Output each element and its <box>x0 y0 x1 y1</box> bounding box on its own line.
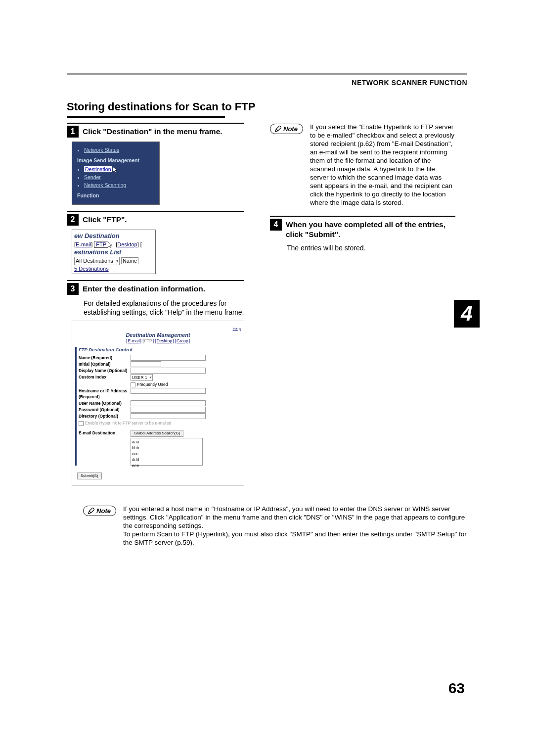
enable-hyperlink-checkbox[interactable] <box>79 421 84 426</box>
step-number: 1 <box>67 126 79 138</box>
header-section: NETWORK SCANNER FUNCTION <box>67 79 467 87</box>
tab-email[interactable]: E-mail <box>76 241 91 247</box>
label-directory: Directory (Optional) <box>79 413 131 419</box>
screenshot-menu-frame: Network Status Image Send Management Des… <box>72 142 160 205</box>
section-title: Storing destinations for Scan to FTP <box>67 100 467 113</box>
step-number: 2 <box>67 214 79 226</box>
column-name: Name <box>121 257 138 264</box>
name-field[interactable] <box>131 355 206 361</box>
note-text: If you select the "Enable Hyperlink to F… <box>310 123 455 207</box>
label-email-destination: E-mail Destination <box>79 430 131 466</box>
menu-link[interactable]: Network Status <box>84 147 119 153</box>
step-body: The entries will be stored. <box>287 243 455 252</box>
screenshot-destination-tabs: ew Destination [E-mail] FTP [Desktop] [ … <box>72 230 156 274</box>
list-item[interactable]: ddd <box>132 457 201 463</box>
initial-field[interactable] <box>131 361 161 367</box>
svg-marker-0 <box>113 167 117 173</box>
menu-heading: Function <box>77 192 156 199</box>
note-badge: Note <box>83 506 116 516</box>
menu-heading: Image Send Management <box>77 157 156 164</box>
list-item[interactable]: aaa <box>132 439 201 445</box>
step-title: Click "Destination" in the menu frame. <box>83 126 222 137</box>
global-address-search-button[interactable]: Global Address Search(G) <box>131 430 183 437</box>
cursor-icon <box>108 242 114 250</box>
directory-field[interactable] <box>131 413 206 419</box>
filter-select[interactable]: All Destinations <box>74 257 120 265</box>
label-enable-hyperlink: Enable Hyperlink to FTP server to be e-m… <box>85 421 171 425</box>
step-body: For detailed explanations of the procedu… <box>84 299 244 317</box>
tab-ftp[interactable]: FTP <box>94 241 108 248</box>
submit-button[interactable]: Submit(S) <box>77 472 102 479</box>
custom-index-select[interactable]: USER 1 <box>131 374 153 381</box>
cursor-icon <box>113 167 119 175</box>
menu-link-network-scanning[interactable]: Network Scanning <box>84 182 126 188</box>
email-destination-list[interactable]: aaa bbb ccc ddd eee <box>131 438 203 466</box>
menu-link-destination[interactable]: Destination <box>84 166 112 172</box>
label-username: User Name (Optional) <box>79 400 131 406</box>
chapter-tab: 4 <box>454 300 480 328</box>
list-item[interactable]: bbb <box>132 445 201 451</box>
note-label: Note <box>283 125 298 133</box>
block-title: FTP Destination Control <box>79 347 241 353</box>
page-number: 63 <box>448 680 465 697</box>
label-display: Display Name (Optional) <box>79 368 131 374</box>
step-number: 3 <box>67 283 79 295</box>
pencil-icon <box>274 126 281 133</box>
list-item[interactable]: eee <box>132 463 201 469</box>
destinations-count: 5 Destinations <box>74 265 153 273</box>
username-field[interactable] <box>131 400 206 406</box>
note-label: Note <box>96 507 111 515</box>
form-tab-desktop[interactable]: Desktop <box>157 338 172 343</box>
frequently-used-checkbox[interactable] <box>131 382 135 387</box>
display-name-field[interactable] <box>131 368 206 374</box>
svg-marker-1 <box>108 242 112 248</box>
menu-link-sender[interactable]: Sender <box>84 174 101 180</box>
help-link[interactable]: Help <box>75 326 241 332</box>
form-title: Destination Management <box>75 332 241 338</box>
note-text: If you entered a host name in "Hostname … <box>123 505 467 547</box>
label-hostname: Hostname or IP Address (Required) <box>79 388 131 400</box>
step-title: Enter the destination information. <box>83 283 205 294</box>
form-tab-group[interactable]: Group <box>177 338 188 343</box>
password-field[interactable] <box>131 407 206 413</box>
label-password: Password (Optional) <box>79 407 131 413</box>
label-frequently-used: Frequently Used <box>137 382 168 387</box>
step-number: 4 <box>270 219 282 231</box>
form-tabs: [E-mail] [FTP] [Desktop] [Group] <box>75 338 241 344</box>
form-tab-email[interactable]: E-mail <box>128 338 139 343</box>
pencil-icon <box>88 508 94 515</box>
list-item[interactable]: ccc <box>132 451 201 457</box>
tab-desktop[interactable]: Desktop <box>117 241 137 247</box>
label-initial: Initial (Optional) <box>79 361 131 367</box>
label-name: Name (Required) <box>79 355 131 361</box>
form-tab-ftp[interactable]: FTP <box>144 338 152 343</box>
step-title: When you have completed all of the entri… <box>286 219 455 239</box>
note-badge: Note <box>270 124 303 134</box>
label-custom-index: Custom Index <box>79 374 131 381</box>
panel-heading: ew Destination <box>74 232 153 239</box>
step-title: Click "FTP". <box>83 214 127 225</box>
hostname-field[interactable] <box>131 388 206 394</box>
screenshot-destination-form: Help Destination Management [E-mail] [FT… <box>72 321 244 486</box>
